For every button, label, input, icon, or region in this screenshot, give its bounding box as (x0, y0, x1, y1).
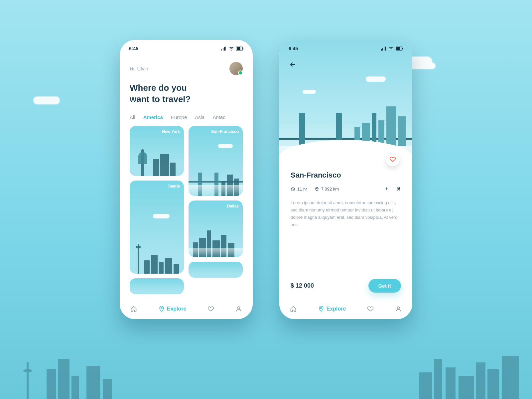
price: $ 12 000 (291, 282, 314, 289)
tab-asia[interactable]: Asia (195, 114, 204, 120)
location-pin-icon (315, 187, 319, 192)
svg-rect-10 (382, 48, 383, 51)
svg-rect-6 (243, 48, 243, 50)
location-pin-icon (158, 306, 165, 312)
nav-label: Explore (327, 306, 346, 312)
tab-europe[interactable]: Europe (171, 114, 187, 120)
distance-value: 7 092 km (321, 187, 339, 192)
svg-point-23 (397, 307, 400, 309)
svg-point-22 (321, 307, 322, 309)
svg-rect-12 (385, 47, 386, 51)
svg-rect-3 (225, 47, 226, 51)
svg-rect-15 (402, 48, 403, 50)
status-bar: 6:45 (279, 40, 412, 54)
tab-america[interactable]: America (143, 114, 163, 120)
bottom-nav: Explore (279, 298, 412, 319)
svg-rect-11 (384, 47, 384, 51)
user-icon (235, 306, 242, 312)
home-icon (290, 306, 297, 312)
nav-explore[interactable]: Explore (158, 306, 187, 312)
card-label: New York (162, 129, 180, 134)
svg-rect-19 (398, 188, 400, 189)
wifi-icon (229, 47, 234, 51)
card-newyork[interactable]: New York (130, 126, 184, 176)
arrow-left-icon (289, 61, 296, 68)
headline-line: want to travel? (130, 94, 243, 105)
svg-rect-2 (224, 47, 225, 51)
card-seatle[interactable]: Seatle (130, 181, 184, 274)
status-icons (221, 47, 243, 51)
user-icon (395, 306, 402, 312)
meta-row: 11 hr 7 092 km (291, 186, 401, 192)
nav-profile[interactable] (235, 306, 242, 312)
phone-explore: 6:45 Hi, Ulvin Where do you want to trav… (120, 40, 253, 319)
train-icon (396, 186, 401, 191)
greeting: Hi, Ulvin (130, 66, 148, 71)
card-peek[interactable] (189, 262, 243, 278)
svg-point-7 (161, 307, 162, 309)
nav-label: Explore (167, 306, 187, 312)
card-sanfrancisco[interactable]: San-Francisco (189, 126, 243, 196)
status-bar: 6:45 (120, 40, 253, 54)
nav-favorites[interactable] (207, 306, 214, 312)
heart-icon (207, 306, 214, 312)
card-label: Dallas (227, 204, 239, 208)
duration-value: 11 hr (297, 187, 307, 192)
get-it-button[interactable]: Get it (368, 279, 401, 293)
tab-antac[interactable]: Antac (212, 114, 225, 120)
svg-rect-14 (396, 47, 400, 50)
card-label: San-Francisco (211, 129, 239, 134)
distance: 7 092 km (315, 187, 339, 192)
duration: 11 hr (291, 187, 307, 192)
back-button[interactable] (288, 60, 297, 69)
headline-line: Where do you (130, 82, 243, 94)
region-tabs: All America Europe Asia Antac (130, 114, 243, 120)
svg-rect-1 (223, 48, 223, 51)
card-label: Seatle (168, 184, 180, 189)
page-title: Where do you want to travel? (130, 82, 243, 105)
heart-icon (389, 156, 396, 163)
nav-home[interactable] (290, 306, 297, 312)
svg-point-21 (399, 189, 400, 190)
nav-home[interactable] (130, 306, 137, 312)
description: Lorem ipsum dolor sit amet, consetetur s… (291, 199, 401, 228)
home-icon (130, 306, 137, 312)
card-peek[interactable] (130, 278, 184, 294)
heart-icon (367, 306, 374, 312)
nav-profile[interactable] (395, 306, 402, 312)
card-dallas[interactable]: Dallas (189, 200, 243, 257)
svg-rect-5 (237, 47, 240, 50)
phone-detail: 6:45 (279, 40, 412, 319)
favorite-button[interactable] (386, 152, 400, 166)
nav-favorites[interactable] (367, 306, 374, 312)
battery-icon (236, 47, 243, 51)
clock-icon (291, 187, 295, 192)
svg-point-8 (238, 307, 240, 309)
location-pin-icon (318, 306, 325, 312)
status-icons (381, 47, 403, 51)
svg-point-17 (316, 188, 317, 189)
svg-point-20 (398, 189, 398, 190)
transport-train (396, 186, 401, 192)
signal-icon (381, 47, 386, 51)
battery-icon (396, 47, 403, 51)
wifi-icon (388, 47, 394, 51)
transport-plane (384, 186, 389, 192)
signal-icon (221, 47, 227, 51)
avatar[interactable] (229, 62, 243, 75)
svg-rect-9 (381, 49, 382, 51)
tab-all[interactable]: All (130, 114, 135, 120)
bottom-nav: Explore (120, 298, 253, 319)
plane-icon (384, 186, 389, 191)
status-time: 6:45 (289, 46, 298, 51)
status-time: 6:45 (129, 46, 138, 51)
nav-explore[interactable]: Explore (318, 306, 346, 312)
city-title: San-Francisco (291, 171, 401, 180)
svg-rect-0 (221, 49, 222, 51)
hero-image: 6:45 (279, 40, 412, 160)
